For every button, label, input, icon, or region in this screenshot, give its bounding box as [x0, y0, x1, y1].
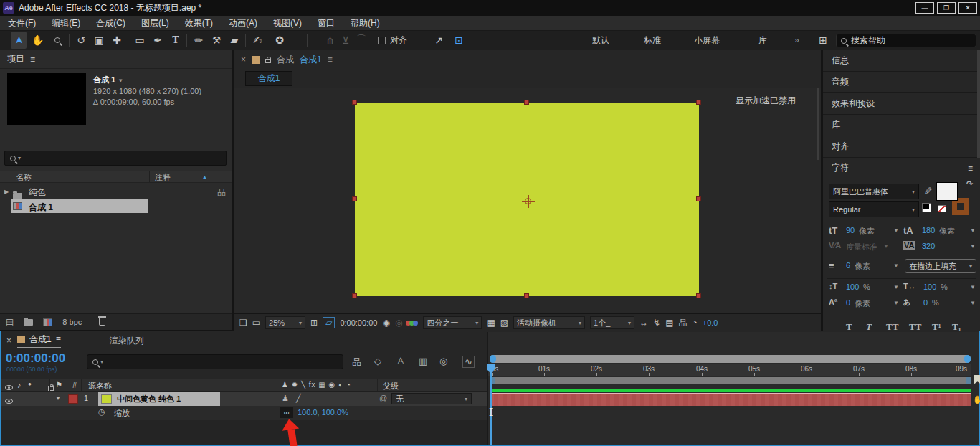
lock-icon[interactable]	[265, 59, 271, 63]
panel-scrollbar[interactable]	[977, 50, 980, 158]
parent-select[interactable]: 无 ▾	[391, 393, 472, 404]
navigator-end-handle[interactable]	[964, 355, 971, 363]
handle-top-left[interactable]	[352, 100, 357, 105]
rectangle-tool-icon[interactable]: ▭	[131, 32, 148, 48]
handle-mid-right[interactable]	[696, 196, 701, 201]
property-name[interactable]: 缩放	[114, 408, 130, 419]
swap-fill-stroke-icon[interactable]: ↷	[966, 179, 973, 189]
number-column-icon[interactable]: #	[72, 381, 77, 389]
column-name[interactable]: 名称	[16, 172, 32, 183]
stroke-width-value[interactable]: 6	[846, 261, 850, 270]
fast-previews-icon[interactable]: ↯	[653, 318, 660, 328]
workspace-tab-standard[interactable]: 标准	[644, 31, 661, 50]
chevron-down-icon[interactable]: ▼	[893, 300, 899, 306]
horizontal-scale-value[interactable]: 100	[923, 283, 936, 291]
panel-menu-icon[interactable]: ≡	[968, 163, 973, 174]
panel-tab-align[interactable]: 对齐	[832, 141, 849, 153]
dimension-link-chain-icon[interactable]: ∞	[280, 407, 293, 418]
layer-expander-icon[interactable]: ▼	[55, 395, 61, 402]
viewer-timecode[interactable]: 0:00:00:00	[340, 318, 377, 327]
snap-checkbox[interactable]	[378, 37, 386, 44]
comp-marker-bin-icon[interactable]	[974, 375, 980, 384]
menu-edit[interactable]: 编辑(E)	[44, 16, 88, 31]
magnification-select[interactable]: 25% ▾	[265, 316, 305, 329]
hide-shy-layers-icon[interactable]: ♙	[396, 356, 405, 366]
panel-tab-audio[interactable]: 音频	[832, 76, 849, 88]
handle-bottom-left[interactable]	[352, 293, 357, 298]
font-family-select[interactable]: 阿里巴巴普惠体 ▾	[829, 184, 919, 199]
chevron-down-icon[interactable]: ▼	[970, 284, 976, 290]
reset-exposure-icon[interactable]: ◔	[692, 318, 697, 328]
help-search-input[interactable]: 搜索帮助	[836, 34, 976, 47]
search-options-caret-icon[interactable]: ▾	[18, 155, 21, 161]
handle-top-center[interactable]	[524, 100, 529, 105]
interpret-footage-icon[interactable]: ▤	[6, 317, 14, 327]
region-of-interest-icon[interactable]: ▦	[487, 318, 495, 328]
minimize-button[interactable]: —	[915, 2, 934, 14]
no-fill-icon[interactable]	[938, 205, 946, 212]
layer-row[interactable]: ▼ 1 中间色黄色 纯色 1 ♟ ╱ @ 无 ▾	[1, 392, 487, 406]
mini-flowchart-icon[interactable]: 品	[352, 356, 361, 369]
render-queue-tab[interactable]: 渲染队列	[110, 335, 144, 347]
selection-tool-icon[interactable]: ➤	[11, 32, 27, 49]
close-button[interactable]: ✕	[958, 2, 977, 14]
work-area-end-handle[interactable]	[966, 377, 971, 384]
handle-mid-left[interactable]	[352, 196, 357, 201]
graph-editor-icon[interactable]: ∿	[462, 356, 475, 368]
project-row-solids-folder[interactable]: ▶ 纯色 品	[0, 184, 232, 199]
world-axis-mode-icon[interactable]: ⊻	[337, 32, 354, 48]
menu-layer[interactable]: 图层(L)	[133, 16, 177, 31]
vertical-scale-value[interactable]: 100	[846, 283, 859, 291]
folder-expander-icon[interactable]: ▶	[4, 189, 9, 195]
chevron-down-icon[interactable]: ▼	[893, 262, 899, 269]
panel-tab-effects-presets[interactable]: 效果和预设	[832, 98, 875, 110]
timeline-timecode[interactable]: 0:00:00:00	[6, 351, 65, 366]
motion-blur-icon[interactable]: ◎	[439, 356, 447, 366]
exposure-value[interactable]: +0.0	[703, 318, 718, 327]
chevron-down-icon[interactable]: ▼	[970, 227, 976, 234]
layer-visibility-eye-icon[interactable]	[5, 399, 13, 404]
switches-column-icons[interactable]: ♟ ✹ ╲ fx ▦ ◉ ◐ ◔	[282, 381, 351, 389]
stroke-mode-select[interactable]: 在描边上填充 ▾	[905, 259, 976, 273]
handle-bottom-right[interactable]	[696, 293, 701, 298]
project-tab[interactable]: 项目	[7, 53, 24, 65]
menu-view[interactable]: 视图(V)	[265, 16, 310, 31]
always-preview-icon[interactable]: ❏	[239, 318, 247, 328]
comp-name[interactable]: 合成 1	[93, 75, 115, 84]
anchor-point-icon[interactable]	[524, 197, 533, 206]
eraser-tool-icon[interactable]: ▰	[226, 32, 243, 48]
panel-menu-icon[interactable]: ≡	[328, 54, 333, 65]
type-tool-icon[interactable]: T	[167, 32, 184, 48]
menu-animation[interactable]: 动画(A)	[221, 16, 265, 31]
parent-column[interactable]: 父级	[383, 381, 399, 392]
new-folder-icon[interactable]	[24, 319, 33, 326]
snapshot-icon[interactable]: ◉	[382, 318, 389, 328]
local-axis-mode-icon[interactable]: ⋔	[321, 32, 338, 48]
project-row-comp1[interactable]: 合成 1	[0, 199, 232, 214]
fill-color-swatch[interactable]	[936, 182, 958, 201]
workspace-tab-default[interactable]: 默认	[592, 31, 609, 50]
sort-ascending-icon[interactable]: ▲	[201, 174, 208, 181]
tsume-value[interactable]: 0	[923, 298, 928, 307]
pixel-aspect-correction-icon[interactable]: ↔	[639, 318, 648, 328]
panel-tab-libraries[interactable]: 库	[832, 119, 840, 131]
clone-stamp-tool-icon[interactable]: ⚒	[208, 32, 225, 48]
handle-bottom-center[interactable]	[524, 293, 529, 298]
panel-tab-info[interactable]: 信息	[832, 54, 849, 67]
chevron-down-icon[interactable]: ▼	[893, 284, 899, 290]
pen-tool-icon[interactable]: ✒	[149, 32, 166, 48]
timeline-button-icon[interactable]: ▤	[665, 318, 673, 328]
stopwatch-icon[interactable]: ◷	[98, 407, 105, 417]
flowchart-icon[interactable]: 品	[678, 317, 687, 329]
timeline-tab-comp1[interactable]: 合成1 ≡	[17, 333, 61, 348]
handle-top-right[interactable]	[696, 100, 701, 105]
comp-name-dropdown-icon[interactable]: ▼	[118, 77, 123, 84]
pan-behind-tool-icon[interactable]: ✚	[108, 32, 125, 48]
hand-tool-icon[interactable]: ✋	[29, 32, 47, 48]
comp-viewer-tab[interactable]: 合成1	[245, 71, 292, 86]
resolution-select[interactable]: 四分之一 ▾	[423, 316, 482, 329]
restore-button[interactable]: ❐	[937, 2, 956, 14]
show-snapshot-icon[interactable]: ◎	[395, 318, 402, 328]
layer-shy-switch-icon[interactable]: ♟	[282, 394, 289, 403]
show-channels-icon[interactable]	[407, 321, 418, 326]
